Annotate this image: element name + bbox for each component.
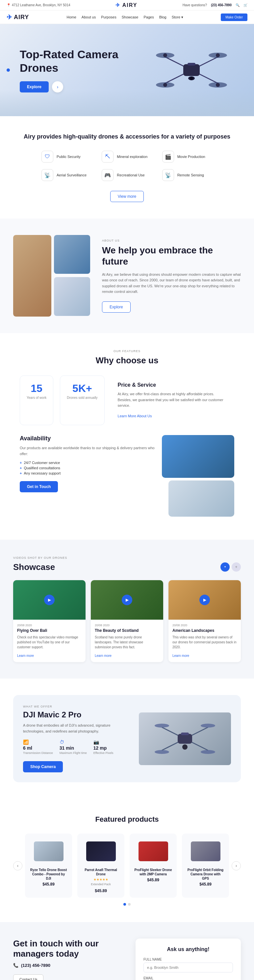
full-name-input[interactable] <box>143 963 233 972</box>
svg-point-9 <box>216 53 220 57</box>
hero-next-button[interactable]: › <box>52 81 63 92</box>
avail-content: Availability Our products are available … <box>20 435 155 492</box>
svg-rect-26 <box>181 733 189 735</box>
shop-camera-button[interactable]: Shop Camera <box>23 761 63 772</box>
purpose-item-movie: 🎬 Movie Production <box>162 151 213 162</box>
stat-drones-label: Drones sold annually <box>67 396 97 399</box>
purpose-item-aerial: 📡 Aerial Surveillance <box>41 169 92 181</box>
dot-2 <box>128 903 131 906</box>
mavic-specs: 📶 6 ml Transmission Distance ⏱ 31 min Ma… <box>23 740 132 754</box>
about-heading: We help you embrace the future <box>102 245 241 267</box>
cart-icon[interactable]: 🛒 <box>243 3 248 7</box>
video-info-scotland: 20/08 2020 The Beauty of Scotland Scotla… <box>91 620 163 662</box>
form-group-name: FULL NAME <box>143 958 233 972</box>
recreational-icon: 🎮 <box>102 169 114 181</box>
video-link-america[interactable]: Learn more <box>172 654 189 657</box>
hero-buttons: Explore › <box>20 81 125 92</box>
avail-title: Availability <box>20 435 155 442</box>
why-bottom: Availability Our products are available … <box>20 435 234 523</box>
svg-rect-12 <box>183 64 200 76</box>
spec-camera: 📷 12 mp Effective Pixels <box>94 740 114 754</box>
avail-img-coast <box>162 435 234 478</box>
avail-body: Our products are available worldwide tha… <box>20 445 155 457</box>
video-link-scotland[interactable]: Learn more <box>95 654 111 657</box>
spec-flight-value: 31 min <box>60 745 87 751</box>
purposes-grid: 🛡 Public Security ⛏ Mineral exploration … <box>41 151 213 181</box>
make-order-button[interactable]: Make Order <box>221 13 248 21</box>
products-dots <box>13 903 241 906</box>
svg-rect-15 <box>187 63 195 65</box>
about-img-person <box>54 235 92 274</box>
spec-distance-label: Transmission Distance <box>23 751 53 754</box>
video-info-america: 20/08 2020 American Landscapes This vide… <box>168 620 241 662</box>
stat-drones: 5K+ Drones sold annually <box>60 375 104 425</box>
contact-left: Get in touch with our managers today 📞 (… <box>13 939 126 980</box>
product-subtitle-2: Extended Pack <box>82 883 120 886</box>
nav-about[interactable]: About us <box>82 15 96 19</box>
video-desc-scotland: Scotland has some purely drone landscape… <box>95 635 159 650</box>
svg-point-23 <box>201 750 215 754</box>
mavic-label: WHAT WE OFFER <box>23 705 132 708</box>
price-link[interactable]: Learn More About Us <box>118 414 152 418</box>
purposes-heading: Airy provides high-quality drones & acce… <box>20 133 234 141</box>
video-date-scotland: 20/08 2020 <box>95 624 159 627</box>
view-more-button[interactable]: View more <box>110 191 144 202</box>
svg-point-14 <box>190 77 193 80</box>
why-heading: Why choose us <box>20 355 234 366</box>
video-link-bali[interactable]: Learn more <box>17 654 34 657</box>
form-heading: Ask us anything! <box>143 947 233 952</box>
about-explore-button[interactable]: Explore <box>102 301 131 313</box>
search-icon[interactable]: 🔍 <box>236 3 240 7</box>
svg-point-11 <box>216 83 220 87</box>
nav-home[interactable]: Home <box>67 15 76 19</box>
product-card-1: Ryze Tello Drone Boost Combo - Powered b… <box>25 834 72 898</box>
showcase-section: VIDEOS SHOT BY OUR DRONES Showcase • + ▶… <box>0 540 254 679</box>
nav-store[interactable]: Store ▾ <box>172 15 183 19</box>
video-thumb-bali: ▶ <box>13 580 86 620</box>
distance-icon: 📶 <box>23 740 53 745</box>
products-prev-button[interactable]: ‹ <box>13 861 22 870</box>
svg-point-20 <box>155 724 169 728</box>
nav-logo-icon: ✈ <box>6 13 13 21</box>
contact-us-button[interactable]: Contact Us <box>13 974 43 980</box>
product-card-3: ProFlight Sleeker Drone with 2MP Camera … <box>130 834 177 898</box>
mavic-heading: DJI Mavic 2 Pro <box>23 710 132 719</box>
video-card-scotland: ▶ 20/08 2020 The Beauty of Scotland Scot… <box>91 580 163 662</box>
products-wrapper: ‹ Ryze Tello Drone Boost Combo - Powered… <box>13 834 241 898</box>
products-next-button[interactable]: › <box>232 861 241 870</box>
hero-explore-button[interactable]: Explore <box>20 81 49 92</box>
showcase-heading: Showcase <box>13 562 55 572</box>
about-img-landscape <box>54 277 92 317</box>
avail-get-in-touch-button[interactable]: Get in Touch <box>20 481 58 492</box>
price-body: At Airy, we offer first-class drones at … <box>118 391 228 409</box>
email-label: EMAIL <box>143 976 233 980</box>
nav-purposes[interactable]: Purposes <box>101 15 116 19</box>
product-name-2: Parrot Anafi Thermal Drone <box>82 868 120 877</box>
flight-icon: ⏱ <box>60 740 87 745</box>
purpose-item-remote: 📡 Remote Sensing <box>162 169 213 181</box>
spec-distance-value: 6 ml <box>23 745 53 751</box>
contact-form: Ask us anything! FULL NAME EMAIL PHONE N… <box>135 939 241 980</box>
spec-flight: ⏱ 31 min Maximum Flight time <box>60 740 87 754</box>
nav-pages[interactable]: Pages <box>143 15 154 19</box>
product-name-3: ProFlight Sleeker Drone with 2MP Camera <box>134 868 172 877</box>
video-desc-bali: Check out this spectacular video montage… <box>17 635 82 650</box>
product-img-4 <box>187 838 224 864</box>
showcase-prev-button[interactable]: • <box>221 562 230 572</box>
stat-years-number: 15 <box>27 382 46 395</box>
product-price-1: $45.89 <box>30 882 67 886</box>
purpose-item-public-security: 🛡 Public Security <box>41 151 92 162</box>
topbar-phone: (23) 456-7890 <box>211 3 232 7</box>
play-button-scotland[interactable]: ▶ <box>122 595 132 605</box>
product-name-4: ProFlight Orbit Folding Camera Drone wit… <box>187 868 224 881</box>
nav-blog[interactable]: Blog <box>159 15 167 19</box>
product-img-bg-1 <box>34 842 64 861</box>
remote-icon: 📡 <box>162 169 174 181</box>
showcase-next-button[interactable]: + <box>232 562 241 572</box>
play-button-america[interactable]: ▶ <box>199 595 210 605</box>
play-button-bali[interactable]: ▶ <box>44 595 55 605</box>
movie-label: Movie Production <box>177 154 205 159</box>
contact-section: Get in touch with our managers today 📞 (… <box>0 922 254 980</box>
nav-showcase[interactable]: Showcase <box>122 15 138 19</box>
price-card: Price & Service At Airy, we offer first-… <box>111 375 234 425</box>
